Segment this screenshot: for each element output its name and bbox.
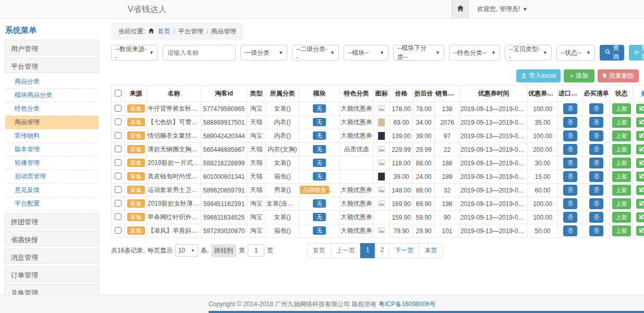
imported-toggle[interactable]: 否 <box>563 144 577 155</box>
sidebar-section[interactable]: 拼团管理 <box>4 213 100 228</box>
module-select[interactable]: --模块--▼ <box>344 45 388 61</box>
select-all-checkbox[interactable] <box>115 90 121 97</box>
must-buy-toggle[interactable]: 否 <box>589 117 603 128</box>
imported-toggle[interactable]: 否 <box>563 225 577 236</box>
edit-button[interactable] <box>636 117 644 127</box>
feature-category-select[interactable]: --特色分类--▼ <box>449 45 500 61</box>
name-search-input[interactable] <box>163 45 236 61</box>
name-cell: 早春网红针织外套女春... <box>147 211 201 224</box>
edit-button[interactable] <box>636 212 644 222</box>
row-checkbox[interactable] <box>115 159 121 166</box>
sidebar-section[interactable]: 订单管理 <box>4 266 100 282</box>
edit-button[interactable] <box>636 185 644 195</box>
sidebar-subitem[interactable]: 意见反馈 <box>5 184 99 197</box>
icp-link[interactable]: 粤ICP备16098006号 <box>379 300 435 309</box>
edit-button[interactable] <box>636 145 644 154</box>
imported-toggle[interactable]: 否 <box>563 158 577 168</box>
sidebar-subitem[interactable]: 平台配置 <box>5 197 99 211</box>
row-checkbox[interactable] <box>115 105 121 112</box>
status-cell: 上架 <box>610 116 633 129</box>
edit-button[interactable] <box>636 226 644 236</box>
sidebar-subitem[interactable]: 模块商品分类 <box>5 89 99 102</box>
must-buy-toggle[interactable]: 否 <box>589 185 603 196</box>
imported-toggle[interactable]: 否 <box>563 130 577 141</box>
row-checkbox[interactable] <box>115 227 121 234</box>
must-buy-toggle[interactable]: 否 <box>589 171 603 182</box>
page-number-input[interactable] <box>248 244 264 257</box>
status-toggle[interactable]: 上架 <box>612 225 631 236</box>
status-toggle[interactable]: 上架 <box>612 185 631 196</box>
pager-button[interactable]: 下一页 <box>389 243 419 258</box>
sidebar-section[interactable]: 兑换管理 <box>4 284 100 295</box>
add-button[interactable]: + 添加 <box>564 69 594 82</box>
module-sub-select[interactable]: --模块下分类--▼ <box>393 45 444 61</box>
row-checkbox-cell <box>112 143 125 156</box>
status-toggle[interactable]: 上架 <box>612 117 631 128</box>
edit-button[interactable] <box>636 104 644 114</box>
reset-button[interactable]: ⟳ 重置 <box>629 45 644 61</box>
imported-toggle[interactable]: 否 <box>563 185 577 196</box>
must-buy-toggle[interactable]: 否 <box>589 144 603 155</box>
imported-toggle[interactable]: 否 <box>563 171 577 182</box>
name-cell: 运动套装男士卫衣初秋... <box>147 184 201 197</box>
pager-button[interactable]: 末页 <box>419 243 443 258</box>
imported-toggle[interactable]: 否 <box>563 212 577 223</box>
status-toggle[interactable]: 上架 <box>612 103 631 114</box>
sidebar-subitem[interactable]: 启动页管理 <box>5 170 99 184</box>
sidebar-subitem[interactable]: 版本管理 <box>5 143 99 156</box>
pager-button[interactable]: 2 <box>375 243 390 258</box>
sidebar-subitem[interactable]: 特色分类 <box>5 102 99 116</box>
must-buy-toggle[interactable]: 否 <box>589 158 603 168</box>
row-checkbox[interactable] <box>115 118 121 125</box>
must-buy-toggle[interactable]: 否 <box>589 198 603 209</box>
status-toggle[interactable]: 上架 <box>612 198 631 209</box>
sidebar-section[interactable]: 省惠快报 <box>4 231 100 246</box>
row-checkbox[interactable] <box>115 146 121 152</box>
must-buy-toggle[interactable]: 否 <box>589 212 603 223</box>
row-checkbox[interactable] <box>115 213 121 220</box>
breadcrumb-home-link[interactable]: 首页 <box>157 27 170 36</box>
per-page-select[interactable]: 10▼ <box>175 244 198 257</box>
imported-toggle[interactable]: 否 <box>563 117 577 128</box>
edit-button[interactable] <box>636 131 644 141</box>
status-toggle[interactable]: 上架 <box>612 212 631 223</box>
imported-toggle[interactable]: 否 <box>563 198 577 209</box>
import-excel-button[interactable]: 导入excel <box>516 69 561 82</box>
row-checkbox[interactable] <box>115 132 121 139</box>
category-cell: 女装(连衣裙) <box>266 197 299 211</box>
must-buy-toggle[interactable]: 否 <box>589 225 603 236</box>
edit-icon <box>639 159 644 167</box>
sidebar-section[interactable]: 用户管理 <box>4 40 100 55</box>
sidebar-subitem[interactable]: 宣传物料 <box>5 129 99 143</box>
sidebar-section[interactable]: 消息管理 <box>4 248 100 264</box>
status-toggle[interactable]: 上架 <box>612 158 631 168</box>
row-checkbox[interactable] <box>115 200 121 207</box>
sidebar-subitem[interactable]: 轮播管理 <box>5 156 99 170</box>
home-button[interactable] <box>452 0 469 18</box>
status-select[interactable]: --状态--▼ <box>556 45 595 61</box>
level1-category-select[interactable]: 一级分类▼ <box>240 45 287 61</box>
level2-category-select[interactable]: --二级分类--▼ <box>292 45 339 61</box>
pager-button[interactable]: 1 <box>360 243 375 258</box>
must-buy-toggle[interactable]: 否 <box>589 130 603 141</box>
discount-price-cell: 59.90 <box>413 211 435 224</box>
sidebar-subitem[interactable]: 商品管理 <box>5 116 99 129</box>
data-source-select[interactable]: --数据来源--▼ <box>111 45 158 61</box>
imported-toggle[interactable]: 否 <box>563 103 577 114</box>
edit-button[interactable] <box>636 172 644 182</box>
user-menu[interactable]: 欢迎您, 管理员!▼ <box>477 5 528 14</box>
must-buy-toggle[interactable]: 否 <box>589 103 603 114</box>
edit-button[interactable] <box>636 199 644 209</box>
status-toggle[interactable]: 上架 <box>612 144 631 155</box>
row-checkbox[interactable] <box>115 173 121 179</box>
edit-button[interactable] <box>636 158 644 168</box>
query-button[interactable]: 查询 <box>600 45 624 61</box>
jump-button[interactable]: 跳转到 <box>211 244 236 257</box>
status-toggle[interactable]: 上架 <box>612 171 631 182</box>
sidebar-section[interactable]: 平台管理 <box>4 57 100 73</box>
status-toggle[interactable]: 上架 <box>612 130 631 141</box>
batch-delete-button[interactable]: 批量删除 <box>598 69 639 82</box>
sidebar-subitem[interactable]: 商品分类 <box>5 75 99 89</box>
item-type-select[interactable]: --宝贝类型--▼ <box>505 45 552 61</box>
row-checkbox[interactable] <box>115 186 121 193</box>
